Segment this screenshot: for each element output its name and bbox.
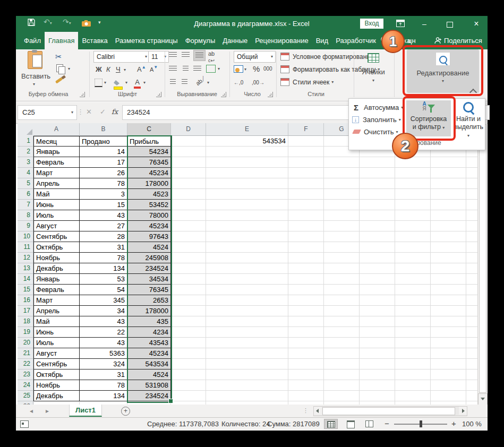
cell[interactable]: [324, 221, 360, 231]
cell[interactable]: 4524: [127, 369, 171, 380]
cell[interactable]: [395, 242, 431, 253]
zoom-out-button[interactable]: −: [385, 419, 389, 428]
cell[interactable]: Май: [33, 189, 80, 200]
borders-icon[interactable]: [95, 79, 102, 87]
cells-group-button[interactable]: Ячейки ▾: [356, 50, 391, 92]
cell[interactable]: Октябрь: [33, 242, 80, 253]
cell[interactable]: [360, 285, 395, 295]
ribbon-display-options-icon[interactable]: [396, 20, 405, 27]
cell[interactable]: Прибыль: [127, 136, 171, 147]
decrease-indent-icon[interactable]: [170, 79, 176, 85]
cell[interactable]: [324, 306, 360, 316]
cell[interactable]: 245908: [127, 253, 171, 263]
number-dialog-launcher[interactable]: [268, 92, 273, 97]
underline-dropdown[interactable]: ▾: [124, 67, 126, 72]
cell[interactable]: 435: [127, 316, 171, 327]
cell[interactable]: [171, 369, 206, 380]
cell[interactable]: Май: [33, 316, 80, 327]
ribbon-tab[interactable]: Вид: [312, 32, 332, 49]
font-name-combo[interactable]: Calibri▾: [93, 51, 150, 63]
row-header[interactable]: 8: [18, 210, 33, 221]
cell[interactable]: 4523: [127, 189, 171, 200]
row-header[interactable]: 19: [18, 327, 33, 338]
cell[interactable]: [395, 306, 431, 316]
cell[interactable]: [171, 168, 206, 178]
cell[interactable]: [431, 231, 466, 242]
cell[interactable]: 3: [80, 189, 127, 200]
cell[interactable]: 31: [80, 242, 127, 253]
clipboard-dialog-launcher[interactable]: [80, 92, 85, 97]
cell[interactable]: [466, 168, 477, 178]
ribbon-tab[interactable]: Вставка: [78, 32, 111, 49]
align-right-icon[interactable]: [193, 66, 201, 72]
cell[interactable]: [171, 157, 206, 168]
row-header[interactable]: 23: [18, 369, 33, 380]
cell[interactable]: 34: [80, 306, 127, 316]
decrease-decimal-icon[interactable]: ,00→: [252, 80, 264, 85]
cell[interactable]: Сентябрь: [33, 231, 80, 242]
cell[interactable]: [324, 210, 360, 221]
cell[interactable]: [288, 369, 324, 380]
cell[interactable]: [206, 338, 288, 348]
cell[interactable]: [324, 380, 360, 391]
cell[interactable]: Январь: [33, 147, 80, 157]
cell[interactable]: 76345: [127, 157, 171, 168]
cell[interactable]: 54234: [127, 147, 171, 157]
cell[interactable]: [466, 231, 477, 242]
cell[interactable]: 345: [80, 295, 127, 306]
cell[interactable]: [360, 221, 395, 231]
fill-color-dropdown[interactable]: ▾: [125, 80, 127, 85]
align-middle-icon[interactable]: [182, 52, 190, 58]
cell[interactable]: [431, 221, 466, 231]
cell[interactable]: 45234: [127, 348, 171, 359]
cell[interactable]: [395, 210, 431, 221]
cell[interactable]: [324, 285, 360, 295]
ribbon-tab[interactable]: Рецензирование: [251, 32, 312, 49]
cell[interactable]: [431, 391, 466, 401]
cell[interactable]: [288, 338, 324, 348]
cell[interactable]: [206, 327, 288, 338]
cell[interactable]: [171, 221, 206, 231]
cell[interactable]: [288, 391, 324, 401]
cell[interactable]: [395, 348, 431, 359]
cell[interactable]: [466, 359, 477, 369]
cell[interactable]: [288, 274, 324, 285]
cell[interactable]: 134: [80, 391, 127, 401]
cell[interactable]: [171, 391, 206, 401]
cell[interactable]: [360, 189, 395, 200]
tellme-text-fragment[interactable]: цн: [408, 37, 416, 45]
cell[interactable]: [466, 348, 477, 359]
cell[interactable]: [360, 380, 395, 391]
cell[interactable]: 22: [80, 327, 127, 338]
column-header[interactable]: D: [171, 123, 206, 136]
cell[interactable]: [431, 210, 466, 221]
cell[interactable]: [431, 380, 466, 391]
cell[interactable]: [360, 327, 395, 338]
row-header[interactable]: 4: [18, 168, 33, 178]
cell[interactable]: Апрель: [33, 178, 80, 189]
cell[interactable]: [288, 178, 324, 189]
zoom-in-button[interactable]: +: [451, 419, 456, 428]
cell[interactable]: [324, 348, 360, 359]
cell[interactable]: [360, 338, 395, 348]
cell[interactable]: [431, 327, 466, 338]
sort-filter-button[interactable]: АЯ Сортировкаи фильтр ▾: [406, 100, 451, 136]
cell[interactable]: [206, 221, 288, 231]
cell[interactable]: [360, 253, 395, 263]
row-header[interactable]: 20: [18, 338, 33, 348]
cell[interactable]: [206, 200, 288, 210]
cell[interactable]: [395, 295, 431, 306]
cell[interactable]: [206, 359, 288, 369]
cell[interactable]: [360, 274, 395, 285]
cell[interactable]: [171, 178, 206, 189]
column-header[interactable]: B: [80, 123, 127, 136]
cell[interactable]: [431, 369, 466, 380]
cell[interactable]: [360, 200, 395, 210]
page-layout-view-button[interactable]: [344, 419, 357, 429]
cell[interactable]: 76345: [127, 285, 171, 295]
signin-button[interactable]: Вход: [360, 19, 383, 29]
cell[interactable]: [171, 327, 206, 338]
close-button[interactable]: ×: [467, 16, 485, 32]
ribbon-tab[interactable]: Данные: [219, 32, 251, 49]
scroll-left-button[interactable]: [314, 407, 322, 415]
